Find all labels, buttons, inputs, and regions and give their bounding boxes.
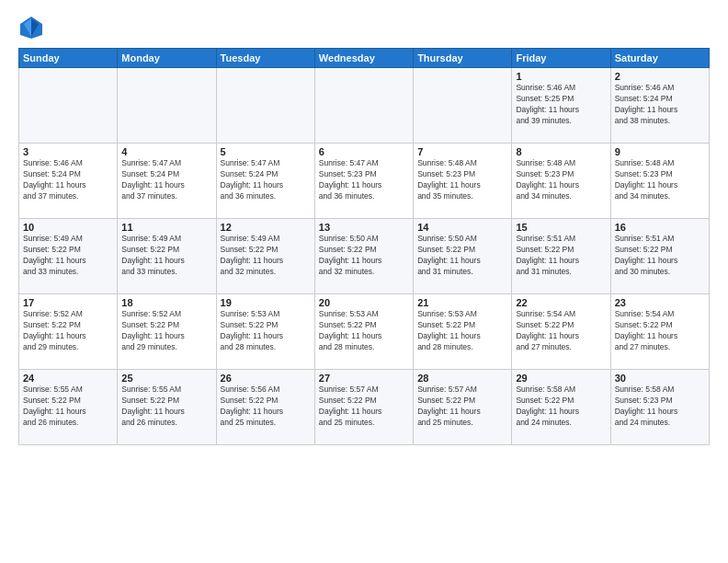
calendar-cell: 10Sunrise: 5:49 AM Sunset: 5:22 PM Dayli… [19, 219, 118, 294]
day-number: 7 [417, 146, 507, 157]
day-number: 3 [23, 146, 113, 157]
calendar-cell: 1Sunrise: 5:46 AM Sunset: 5:25 PM Daylig… [512, 68, 610, 144]
day-number: 23 [615, 297, 705, 308]
day-info: Sunrise: 5:48 AM Sunset: 5:23 PM Dayligh… [516, 158, 606, 202]
calendar-cell: 11Sunrise: 5:49 AM Sunset: 5:22 PM Dayli… [118, 219, 216, 294]
day-number: 30 [615, 373, 705, 384]
day-info: Sunrise: 5:50 AM Sunset: 5:22 PM Dayligh… [319, 234, 409, 278]
calendar-cell: 23Sunrise: 5:54 AM Sunset: 5:22 PM Dayli… [610, 294, 709, 370]
day-info: Sunrise: 5:46 AM Sunset: 5:25 PM Dayligh… [516, 83, 606, 127]
day-number: 14 [417, 222, 507, 233]
day-number: 21 [417, 297, 507, 308]
day-number: 18 [121, 297, 211, 308]
day-number: 11 [121, 222, 211, 233]
day-info: Sunrise: 5:46 AM Sunset: 5:24 PM Dayligh… [23, 158, 113, 202]
day-info: Sunrise: 5:47 AM Sunset: 5:23 PM Dayligh… [319, 158, 409, 202]
day-info: Sunrise: 5:51 AM Sunset: 5:22 PM Dayligh… [516, 234, 606, 278]
calendar-cell: 6Sunrise: 5:47 AM Sunset: 5:23 PM Daylig… [314, 144, 413, 219]
calendar-cell [216, 68, 314, 144]
day-info: Sunrise: 5:49 AM Sunset: 5:22 PM Dayligh… [221, 234, 311, 278]
calendar-cell: 4Sunrise: 5:47 AM Sunset: 5:24 PM Daylig… [118, 144, 216, 219]
day-info: Sunrise: 5:53 AM Sunset: 5:22 PM Dayligh… [319, 309, 409, 353]
calendar-cell: 26Sunrise: 5:56 AM Sunset: 5:22 PM Dayli… [216, 370, 314, 445]
day-number: 27 [319, 373, 409, 384]
day-info: Sunrise: 5:56 AM Sunset: 5:22 PM Dayligh… [221, 385, 311, 429]
calendar-cell: 2Sunrise: 5:46 AM Sunset: 5:24 PM Daylig… [610, 68, 709, 144]
calendar-week-row: 10Sunrise: 5:49 AM Sunset: 5:22 PM Dayli… [19, 219, 710, 294]
calendar: SundayMondayTuesdayWednesdayThursdayFrid… [18, 48, 710, 445]
calendar-cell: 20Sunrise: 5:53 AM Sunset: 5:22 PM Dayli… [314, 294, 413, 370]
calendar-cell: 18Sunrise: 5:52 AM Sunset: 5:22 PM Dayli… [118, 294, 216, 370]
day-info: Sunrise: 5:49 AM Sunset: 5:22 PM Dayligh… [23, 234, 113, 278]
logo [18, 15, 48, 40]
calendar-cell: 3Sunrise: 5:46 AM Sunset: 5:24 PM Daylig… [19, 144, 118, 219]
calendar-cell [414, 68, 512, 144]
day-info: Sunrise: 5:50 AM Sunset: 5:22 PM Dayligh… [417, 234, 507, 278]
calendar-cell: 12Sunrise: 5:49 AM Sunset: 5:22 PM Dayli… [216, 219, 314, 294]
weekday-header-cell: Saturday [610, 49, 709, 68]
header [18, 15, 710, 40]
calendar-cell: 9Sunrise: 5:48 AM Sunset: 5:23 PM Daylig… [610, 144, 709, 219]
day-number: 5 [221, 146, 311, 157]
day-info: Sunrise: 5:51 AM Sunset: 5:22 PM Dayligh… [615, 234, 705, 278]
calendar-body: 1Sunrise: 5:46 AM Sunset: 5:25 PM Daylig… [19, 68, 710, 445]
day-info: Sunrise: 5:49 AM Sunset: 5:22 PM Dayligh… [121, 234, 211, 278]
day-info: Sunrise: 5:47 AM Sunset: 5:24 PM Dayligh… [121, 158, 211, 202]
day-number: 9 [615, 146, 705, 157]
day-number: 16 [615, 222, 705, 233]
day-number: 13 [319, 222, 409, 233]
day-number: 28 [417, 373, 507, 384]
day-number: 22 [516, 297, 606, 308]
day-info: Sunrise: 5:48 AM Sunset: 5:23 PM Dayligh… [615, 158, 705, 202]
day-number: 17 [23, 297, 113, 308]
weekday-header-cell: Friday [512, 49, 610, 68]
calendar-cell: 15Sunrise: 5:51 AM Sunset: 5:22 PM Dayli… [512, 219, 610, 294]
calendar-cell [118, 68, 216, 144]
weekday-header-cell: Thursday [414, 49, 512, 68]
day-number: 1 [516, 71, 606, 82]
day-number: 8 [516, 146, 606, 157]
day-number: 6 [319, 146, 409, 157]
calendar-cell: 25Sunrise: 5:55 AM Sunset: 5:22 PM Dayli… [118, 370, 216, 445]
calendar-cell: 13Sunrise: 5:50 AM Sunset: 5:22 PM Dayli… [314, 219, 413, 294]
calendar-cell: 21Sunrise: 5:53 AM Sunset: 5:22 PM Dayli… [414, 294, 512, 370]
day-number: 26 [221, 373, 311, 384]
calendar-cell: 29Sunrise: 5:58 AM Sunset: 5:22 PM Dayli… [512, 370, 610, 445]
calendar-cell: 17Sunrise: 5:52 AM Sunset: 5:22 PM Dayli… [19, 294, 118, 370]
calendar-cell [314, 68, 413, 144]
day-info: Sunrise: 5:58 AM Sunset: 5:23 PM Dayligh… [615, 385, 705, 429]
day-info: Sunrise: 5:57 AM Sunset: 5:22 PM Dayligh… [319, 385, 409, 429]
calendar-cell: 5Sunrise: 5:47 AM Sunset: 5:24 PM Daylig… [216, 144, 314, 219]
day-number: 29 [516, 373, 606, 384]
day-number: 15 [516, 222, 606, 233]
day-info: Sunrise: 5:55 AM Sunset: 5:22 PM Dayligh… [121, 385, 211, 429]
day-info: Sunrise: 5:46 AM Sunset: 5:24 PM Dayligh… [615, 83, 705, 127]
calendar-cell: 27Sunrise: 5:57 AM Sunset: 5:22 PM Dayli… [314, 370, 413, 445]
day-info: Sunrise: 5:53 AM Sunset: 5:22 PM Dayligh… [417, 309, 507, 353]
day-info: Sunrise: 5:47 AM Sunset: 5:24 PM Dayligh… [221, 158, 311, 202]
day-info: Sunrise: 5:48 AM Sunset: 5:23 PM Dayligh… [417, 158, 507, 202]
day-number: 25 [121, 373, 211, 384]
day-info: Sunrise: 5:52 AM Sunset: 5:22 PM Dayligh… [121, 309, 211, 353]
weekday-header-cell: Sunday [19, 49, 118, 68]
page: SundayMondayTuesdayWednesdayThursdayFrid… [0, 0, 728, 563]
weekday-header-cell: Wednesday [314, 49, 413, 68]
calendar-cell: 19Sunrise: 5:53 AM Sunset: 5:22 PM Dayli… [216, 294, 314, 370]
day-number: 4 [121, 146, 211, 157]
calendar-cell: 8Sunrise: 5:48 AM Sunset: 5:23 PM Daylig… [512, 144, 610, 219]
day-info: Sunrise: 5:54 AM Sunset: 5:22 PM Dayligh… [516, 309, 606, 353]
calendar-week-row: 1Sunrise: 5:46 AM Sunset: 5:25 PM Daylig… [19, 68, 710, 144]
calendar-week-row: 24Sunrise: 5:55 AM Sunset: 5:22 PM Dayli… [19, 370, 710, 445]
calendar-cell: 28Sunrise: 5:57 AM Sunset: 5:22 PM Dayli… [414, 370, 512, 445]
day-info: Sunrise: 5:58 AM Sunset: 5:22 PM Dayligh… [516, 385, 606, 429]
day-number: 24 [23, 373, 113, 384]
day-info: Sunrise: 5:54 AM Sunset: 5:22 PM Dayligh… [615, 309, 705, 353]
day-number: 12 [221, 222, 311, 233]
day-number: 19 [221, 297, 311, 308]
calendar-cell: 7Sunrise: 5:48 AM Sunset: 5:23 PM Daylig… [414, 144, 512, 219]
calendar-week-row: 17Sunrise: 5:52 AM Sunset: 5:22 PM Dayli… [19, 294, 710, 370]
calendar-cell: 30Sunrise: 5:58 AM Sunset: 5:23 PM Dayli… [610, 370, 709, 445]
weekday-header: SundayMondayTuesdayWednesdayThursdayFrid… [19, 49, 710, 68]
calendar-cell: 24Sunrise: 5:55 AM Sunset: 5:22 PM Dayli… [19, 370, 118, 445]
day-number: 10 [23, 222, 113, 233]
